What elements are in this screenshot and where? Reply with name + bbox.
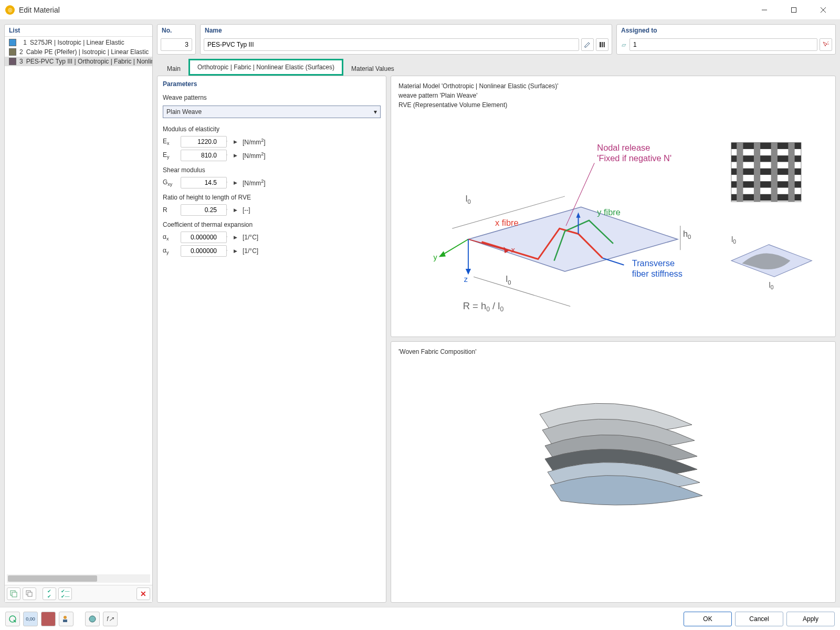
preview-line: weave pattern 'Plain Weave' bbox=[398, 91, 828, 100]
r-symbol: R bbox=[163, 206, 177, 214]
surface-icon: ▱ bbox=[620, 41, 627, 48]
color-swatch bbox=[9, 39, 16, 46]
svg-rect-1 bbox=[792, 7, 796, 12]
param-row-ey: Ey ▲▼ ▶ [N/mm2] bbox=[158, 149, 386, 162]
tabs-bar: Main Orthotropic | Fabric | Nonlinear El… bbox=[157, 59, 836, 76]
item-label: S275JR | Isotropic | Linear Elastic bbox=[30, 39, 124, 46]
expand-icon[interactable]: ▶ bbox=[231, 204, 239, 216]
no-field-block: No. bbox=[157, 24, 196, 55]
tab-material-values[interactable]: Material Values bbox=[343, 61, 402, 76]
svg-rect-46 bbox=[737, 143, 743, 202]
param-row-ex: Ex ▲▼ ▶ [N/mm2] bbox=[158, 135, 386, 149]
globe-button[interactable] bbox=[85, 612, 100, 626]
chevron-down-icon: ▾ bbox=[374, 108, 377, 116]
rve-diagram: x y z x fibre y fibre Nodal release 'Fix… bbox=[398, 115, 828, 331]
composition-title: 'Woven Fabric Composition' bbox=[398, 347, 828, 356]
library-button[interactable] bbox=[596, 38, 608, 51]
new-item-button[interactable] bbox=[7, 587, 20, 600]
list-item[interactable]: 1 S275JR | Isotropic | Linear Elastic bbox=[5, 38, 152, 47]
svg-text:fiber stiffness: fiber stiffness bbox=[632, 269, 682, 278]
preview-text: Material Model 'Orthotropic | Nonlinear … bbox=[398, 81, 828, 110]
ay-input[interactable] bbox=[181, 245, 227, 257]
apply-button[interactable]: Apply bbox=[786, 612, 835, 626]
pick-assigned-button[interactable] bbox=[820, 38, 832, 51]
svg-line-11 bbox=[827, 41, 828, 43]
center-column: No. Name Assigned to bbox=[157, 24, 836, 603]
svg-text:Nodal release: Nodal release bbox=[597, 143, 650, 152]
copy-item-button[interactable] bbox=[23, 587, 36, 600]
gxy-symbol: Gxy bbox=[163, 178, 177, 187]
units-button[interactable]: 0,00 bbox=[23, 612, 38, 626]
item-num: 1 bbox=[19, 39, 27, 46]
rve-svg: x y z x fibre y fibre Nodal release 'Fix… bbox=[398, 115, 828, 331]
svg-point-55 bbox=[64, 616, 67, 619]
ax-input[interactable] bbox=[181, 232, 227, 243]
tabs-container: Main Orthotropic | Fabric | Nonlinear El… bbox=[157, 59, 836, 603]
assigned-field-block: Assigned to ▱ bbox=[616, 24, 836, 55]
svg-text:x fibre: x fibre bbox=[495, 218, 519, 227]
rve-preview-panel: Material Model 'Orthotropic | Nonlinear … bbox=[391, 76, 836, 337]
expand-icon[interactable]: ▶ bbox=[231, 245, 239, 257]
expand-icon[interactable]: ▶ bbox=[231, 232, 239, 243]
expand-icon[interactable]: ▶ bbox=[231, 136, 239, 148]
material-list: 1 S275JR | Isotropic | Linear Elastic 2 … bbox=[5, 37, 152, 572]
name-input[interactable] bbox=[204, 38, 579, 51]
composition-svg bbox=[519, 367, 708, 524]
ok-button[interactable]: OK bbox=[684, 612, 732, 626]
ay-unit: [1/°C] bbox=[243, 247, 258, 255]
list-item[interactable]: 3 PES-PVC Typ III | Orthotropic | Fabric… bbox=[5, 57, 152, 66]
name-label: Name bbox=[201, 25, 612, 36]
color-swatch bbox=[9, 48, 16, 56]
weave-dropdown[interactable]: Plain Weave ▾ bbox=[163, 106, 381, 118]
horizontal-scrollbar[interactable] bbox=[7, 574, 150, 583]
preview-line: RVE (Representative Volume Element) bbox=[398, 100, 828, 110]
close-button[interactable] bbox=[808, 1, 838, 19]
expand-icon[interactable]: ▶ bbox=[231, 177, 239, 188]
svg-marker-20 bbox=[439, 251, 446, 257]
app-icon: ◎ bbox=[5, 5, 15, 15]
tab-main[interactable]: Main bbox=[159, 61, 188, 76]
parameters-panel: Parameters Weave patterns Plain Weave ▾ … bbox=[157, 76, 386, 603]
function-button[interactable]: f↗ bbox=[103, 612, 118, 626]
preview-stack: Material Model 'Orthotropic | Nonlinear … bbox=[391, 76, 836, 603]
no-input[interactable] bbox=[161, 38, 192, 51]
assigned-input[interactable] bbox=[629, 38, 817, 51]
ey-symbol: Ey bbox=[163, 151, 177, 160]
ax-unit: [1/°C] bbox=[243, 234, 258, 241]
svg-text:l0: l0 bbox=[506, 274, 511, 285]
tab-orthotropic[interactable]: Orthotropic | Fabric | Nonlinear Elastic… bbox=[188, 59, 343, 76]
user-button[interactable] bbox=[59, 612, 74, 626]
gxy-unit: [N/mm2] bbox=[243, 178, 266, 187]
cancel-button[interactable]: Cancel bbox=[735, 612, 783, 626]
svg-rect-10 bbox=[604, 42, 605, 47]
help-button[interactable] bbox=[5, 612, 20, 626]
edit-name-button[interactable] bbox=[581, 38, 594, 51]
top-fields-row: No. Name Assigned to bbox=[157, 24, 836, 55]
minimize-button[interactable] bbox=[750, 1, 779, 19]
param-row-gxy: Gxy ▲▼ ▶ [N/mm2] bbox=[158, 176, 386, 190]
svg-text:l0: l0 bbox=[731, 235, 736, 245]
check-all-button[interactable]: ✔—✔— bbox=[58, 587, 72, 600]
mini-rve-icon: l0 l0 bbox=[731, 235, 812, 290]
expand-icon[interactable]: ▶ bbox=[231, 150, 239, 161]
check-button[interactable]: ✔✔ bbox=[43, 587, 56, 600]
ex-input[interactable] bbox=[181, 136, 227, 148]
color-swatch bbox=[9, 58, 16, 65]
assigned-label: Assigned to bbox=[617, 25, 835, 36]
titlebar: ◎ Edit Material bbox=[0, 0, 840, 20]
svg-text:l0: l0 bbox=[466, 194, 471, 205]
delete-button[interactable]: ✕ bbox=[136, 587, 150, 600]
svg-text:R = h0 / l0: R = h0 / l0 bbox=[463, 300, 504, 313]
ax-symbol: αx bbox=[163, 233, 177, 242]
preview-line: Material Model 'Orthotropic | Nonlinear … bbox=[398, 81, 828, 91]
color-button[interactable] bbox=[41, 612, 56, 626]
ey-input[interactable] bbox=[181, 150, 227, 161]
window-title: Edit Material bbox=[19, 6, 60, 14]
r-input[interactable] bbox=[181, 204, 227, 216]
gxy-input[interactable] bbox=[181, 177, 227, 188]
item-label: Cable PE (Pfeifer) | Isotropic | Linear … bbox=[26, 48, 149, 56]
list-item[interactable]: 2 Cable PE (Pfeifer) | Isotropic | Linea… bbox=[5, 47, 152, 57]
maximize-button[interactable] bbox=[779, 1, 808, 19]
material-list-panel: List 1 S275JR | Isotropic | Linear Elast… bbox=[4, 24, 153, 603]
svg-rect-8 bbox=[600, 42, 601, 47]
